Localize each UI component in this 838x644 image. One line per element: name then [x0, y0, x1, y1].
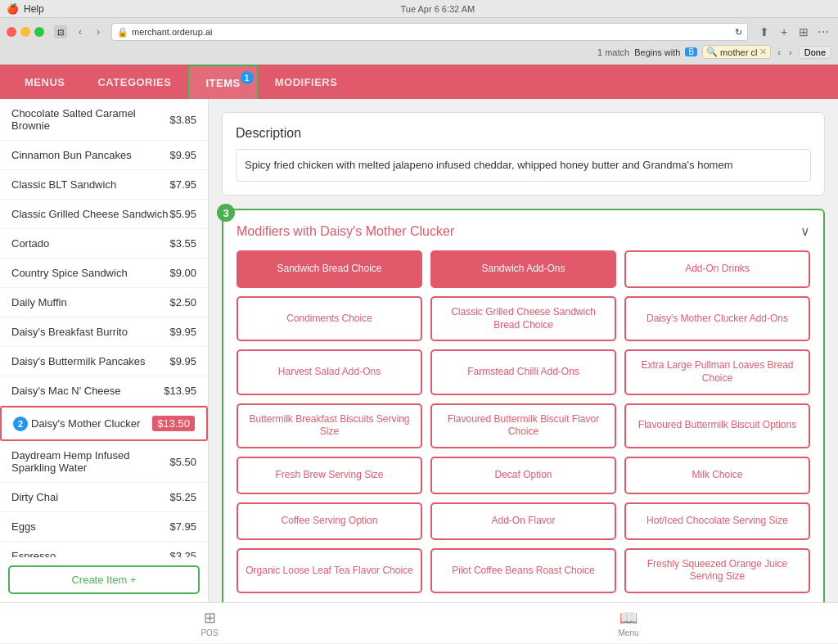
- modifier-btn-18[interactable]: Organic Loose Leaf Tea Flavor Choice: [237, 548, 422, 593]
- description-section: Description Spicy fried chicken with mel…: [222, 112, 825, 196]
- find-input-container[interactable]: 🔍 mother cl ✕: [702, 45, 771, 59]
- modifier-btn-0[interactable]: Sandwich Bread Choice: [237, 250, 422, 288]
- sidebar-item-4[interactable]: Cortado$3.55: [0, 229, 208, 259]
- sidebar-item-price-7: $9.95: [169, 326, 196, 338]
- find-value: mother cl: [720, 47, 757, 57]
- sidebar-item-6[interactable]: Daily Muffin$2.50: [0, 288, 208, 317]
- sidebar-item-name-1: Cinnamon Bun Pancakes: [11, 149, 169, 161]
- modifier-btn-19[interactable]: Pilot Coffee Beans Roast Choice: [430, 548, 616, 593]
- description-text: Spicy fried chicken with melted jalapeno…: [236, 149, 811, 182]
- sidebar-item-name-12: Dirty Chai: [11, 491, 169, 503]
- sidebar-item-2[interactable]: Classic BLT Sandwich$7.95: [0, 170, 208, 200]
- traffic-lights: [7, 27, 44, 37]
- modifier-btn-12[interactable]: Fresh Brew Serving Size: [237, 457, 422, 494]
- sidebar-item-0[interactable]: Chocolate Salted Caramel Brownie$3.85: [0, 99, 208, 141]
- browser-chrome: ⊡ ‹ › 🔒 merchant.orderup.ai ↻ ⬆ + ⊞ ⋯ 1 …: [0, 18, 838, 65]
- sidebar-item-name-8: Daisy's Buttermilk Pancakes: [11, 355, 169, 367]
- bottom-label-0: POS: [200, 628, 218, 637]
- create-item-button[interactable]: Create Item +: [8, 565, 200, 594]
- find-begins: Begins with: [634, 47, 680, 57]
- tab-modifiers[interactable]: MODIFIERS: [259, 65, 354, 99]
- more-icon[interactable]: ⋯: [815, 25, 831, 38]
- modifier-btn-9[interactable]: Buttermilk Breakfast Biscuits Serving Si…: [237, 403, 422, 448]
- modifier-btn-11[interactable]: Flavoured Buttermilk Biscuit Options: [624, 403, 810, 448]
- sidebar-item-name-2: Classic BLT Sandwich: [11, 178, 169, 191]
- add-tab-icon[interactable]: +: [776, 25, 792, 38]
- modifier-btn-13[interactable]: Decaf Option: [430, 457, 616, 494]
- sidebar-item-8[interactable]: Daisy's Buttermilk Pancakes$9.95: [0, 347, 208, 376]
- sidebar-list: Chocolate Salted Caramel Brownie$3.85Cin…: [0, 99, 208, 557]
- modifier-btn-2[interactable]: Add-On Drinks: [624, 250, 810, 288]
- sidebar-item-10[interactable]: 2Daisy's Mother Clucker$13.50: [0, 406, 208, 441]
- tab-nav: MENUS CATEGORIES 1 ITEMS MODIFIERS: [0, 65, 838, 99]
- modifier-btn-15[interactable]: Coffee Serving Option: [237, 502, 422, 540]
- minimize-button[interactable]: [20, 27, 30, 37]
- back-button[interactable]: ‹: [72, 24, 88, 40]
- sidebar-item-price-10: $13.50: [152, 416, 195, 431]
- modifier-btn-1[interactable]: Sandwich Add-Ons: [430, 250, 616, 288]
- collapse-icon[interactable]: ∨: [800, 223, 810, 239]
- find-bar: 1 match Begins with B 🔍 mother cl ✕ ‹ › …: [7, 45, 831, 59]
- modifier-btn-7[interactable]: Farmstead Chilli Add-Ons: [430, 349, 616, 394]
- tab-menus[interactable]: MENUS: [8, 65, 81, 99]
- sidebar-item-price-12: $5.25: [169, 491, 196, 503]
- modifier-btn-5[interactable]: Daisy's Mother Clucker Add-Ons: [624, 296, 810, 341]
- modifier-btn-17[interactable]: Hot/Iced Chocolate Serving Size: [624, 502, 810, 540]
- datetime: Tue Apr 6 6:32 AM: [44, 4, 831, 14]
- sidebar-item-price-13: $7.95: [169, 520, 196, 533]
- search-icon: 🔍: [706, 47, 718, 57]
- sidebar-item-name-7: Daisy's Breakfast Burrito: [11, 326, 169, 338]
- sidebar-item-name-0: Chocolate Salted Caramel Brownie: [11, 107, 169, 132]
- find-next[interactable]: ›: [787, 47, 794, 57]
- sidebar-item-13[interactable]: Eggs$7.95: [0, 512, 208, 542]
- modifiers-grid: Sandwich Bread ChoiceSandwich Add-OnsAdd…: [237, 250, 810, 593]
- bottom-bar-item-0[interactable]: ⊞POS: [0, 603, 419, 643]
- refresh-icon[interactable]: ↻: [735, 27, 742, 38]
- modifier-btn-14[interactable]: Milk Choice: [624, 457, 810, 494]
- modifier-btn-20[interactable]: Freshly Squeezed Orange Juice Serving Si…: [624, 548, 810, 593]
- sidebar-item-9[interactable]: Daisy's Mac N' Cheese$13.95: [0, 376, 208, 406]
- url-text: merchant.orderup.ai: [132, 27, 212, 37]
- clear-find-icon[interactable]: ✕: [759, 47, 767, 57]
- maximize-button[interactable]: [34, 27, 44, 37]
- sidebar-item-12[interactable]: Dirty Chai$5.25: [0, 483, 208, 512]
- apple-icon: 🍎: [7, 3, 19, 15]
- extensions-icon[interactable]: ⊞: [795, 25, 812, 38]
- close-button[interactable]: [7, 27, 16, 37]
- bottom-icon-0: ⊞: [204, 609, 216, 627]
- find-done-button[interactable]: Done: [799, 46, 831, 59]
- sidebar-toggle[interactable]: ⊡: [54, 25, 67, 38]
- step-badge-2: 2: [13, 417, 28, 431]
- sidebar-item-3[interactable]: Classic Grilled Cheese Sandwich$5.95: [0, 200, 208, 229]
- bottom-label-1: Menu: [618, 628, 638, 637]
- modifier-btn-8[interactable]: Extra Large Pullman Loaves Bread Choice: [624, 349, 810, 394]
- find-prev[interactable]: ‹: [776, 47, 782, 57]
- bottom-icon-1: 📖: [619, 609, 638, 627]
- sidebar-item-price-0: $3.85: [169, 114, 196, 126]
- sidebar-item-14[interactable]: Espresso$3.25: [0, 542, 208, 557]
- modifiers-title: Modifiers with Daisy's Mother Clucker: [237, 224, 454, 239]
- modifier-btn-6[interactable]: Harvest Salad Add-Ons: [237, 349, 422, 394]
- modifier-btn-3[interactable]: Condiments Choice: [237, 296, 422, 341]
- sidebar-item-name-10: Daisy's Mother Clucker: [31, 417, 152, 430]
- sidebar-item-7[interactable]: Daisy's Breakfast Burrito$9.95: [0, 317, 208, 347]
- sidebar-item-1[interactable]: Cinnamon Bun Pancakes$9.95: [0, 141, 208, 170]
- modifier-btn-4[interactable]: Classic Grilled Cheese Sandwich Bread Ch…: [430, 296, 616, 341]
- bottom-bar-item-1[interactable]: 📖Menu: [419, 603, 838, 643]
- modifiers-section: 3 Modifiers with Daisy's Mother Clucker …: [222, 209, 825, 602]
- modifier-btn-16[interactable]: Add-On Flavor: [430, 502, 616, 540]
- right-panel: Description Spicy fried chicken with mel…: [209, 99, 838, 602]
- sidebar: Chocolate Salted Caramel Brownie$3.85Cin…: [0, 99, 209, 602]
- sidebar-item-11[interactable]: Daydream Hemp Infused Sparkling Water$5.…: [0, 441, 208, 483]
- share-icon[interactable]: ⬆: [756, 25, 773, 38]
- sidebar-item-price-8: $9.95: [169, 355, 196, 367]
- modifier-btn-10[interactable]: Flavoured Buttermilk Biscuit Flavor Choi…: [430, 403, 616, 448]
- tab-categories[interactable]: CATEGORIES: [81, 65, 187, 99]
- tab-items[interactable]: 1 ITEMS: [187, 65, 258, 99]
- forward-button[interactable]: ›: [90, 24, 106, 40]
- title-bar: 🍎 Help Tue Apr 6 6:32 AM: [0, 0, 838, 18]
- bottom-bar: ⊞POS📖Menu: [0, 602, 838, 643]
- sidebar-item-5[interactable]: Country Spice Sandwich$9.00: [0, 259, 208, 288]
- address-bar[interactable]: 🔒 merchant.orderup.ai ↻: [111, 23, 748, 41]
- sidebar-item-price-3: $5.95: [169, 208, 196, 220]
